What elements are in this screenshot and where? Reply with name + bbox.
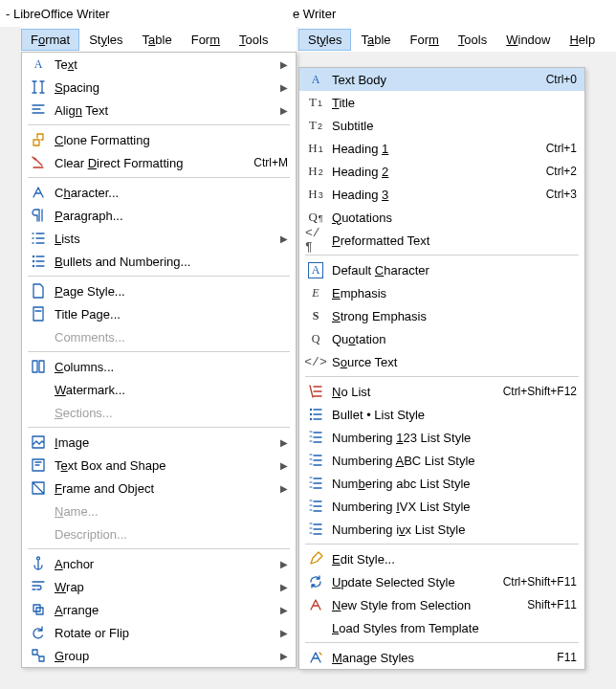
blank-icon	[28, 381, 49, 398]
format-menu-item-align-text[interactable]: Align Text▶	[22, 99, 296, 122]
format-menu-item-columns[interactable]: Columns...	[22, 355, 296, 378]
format-menu-item-anchor[interactable]: Anchor▶	[22, 552, 296, 575]
styles-menu-item-quotations[interactable]: Q¶Quotations	[299, 206, 584, 229]
menu-item-label: Watermark...	[49, 383, 288, 397]
styles-menu-item-bullet-list-style[interactable]: Bullet • List Style	[299, 403, 584, 426]
H1-icon: H1	[305, 140, 326, 157]
format-menu-item-text[interactable]: AText▶	[22, 53, 296, 76]
menu-item-shortcut: Ctrl+M	[253, 156, 288, 169]
menu-item-shortcut: Ctrl+1	[546, 142, 577, 155]
format-menu-item-page-style[interactable]: Page Style...	[22, 279, 296, 302]
styles-menu-item-quotation[interactable]: QQuotation	[299, 327, 584, 350]
app-title-right: e Writer	[293, 7, 336, 21]
menu-item-label: Heading 2	[326, 165, 539, 179]
textbox-icon	[28, 456, 49, 474]
ivx2list-icon	[305, 521, 326, 538]
menu-item-label: Load Styles from Template	[326, 621, 577, 635]
menu-right-tools[interactable]: Tools	[449, 29, 496, 51]
menu-item-label: Clear Direct Formatting	[49, 156, 246, 170]
H2-icon: H2	[305, 163, 326, 180]
styles-menu-item-manage-styles[interactable]: Manage StylesF11	[299, 646, 584, 669]
bullets-icon	[28, 253, 49, 270]
menu-item-label: No List	[326, 385, 495, 399]
clear-icon	[28, 154, 49, 171]
format-menu-item-spacing[interactable]: Spacing▶	[22, 76, 296, 99]
menu-item-label: Bullet • List Style	[326, 408, 577, 422]
format-menu-item-text-box-and-shape[interactable]: Text Box and Shape▶	[22, 454, 296, 477]
styles-menu-item-heading-2[interactable]: H2Heading 2Ctrl+2	[299, 160, 584, 183]
menu-item-shortcut: F11	[557, 651, 577, 664]
styles-menu-item-load-styles-from-template[interactable]: Load Styles from Template	[299, 616, 584, 639]
menu-item-label: Update Selected Style	[326, 575, 495, 589]
title-bar-right: e Writer	[287, 0, 616, 27]
styles-menu-item-subtitle[interactable]: T2Subtitle	[299, 114, 584, 137]
format-menu-item-image[interactable]: Image▶	[22, 431, 296, 454]
menu-left-styles[interactable]: Styles	[79, 29, 132, 51]
styles-menu-item-source-text[interactable]: </>Source Text	[299, 350, 584, 373]
menu-right-table[interactable]: Table	[351, 29, 400, 51]
edit-icon	[305, 550, 326, 567]
blank-icon	[28, 404, 49, 421]
styles-menu-item-emphasis[interactable]: EEmphasis	[299, 281, 584, 304]
format-menu-item-rotate-or-flip[interactable]: Rotate or Flip▶	[22, 621, 296, 644]
styles-menu-item-numbering-ivx-list-style[interactable]: Numbering ivx List Style	[299, 518, 584, 541]
menu-item-shortcut: Ctrl+Shift+F12	[503, 385, 577, 398]
menu-item-label: Spacing	[49, 80, 273, 95]
menu-left-table[interactable]: Table	[133, 29, 182, 51]
styles-menu-item-heading-3[interactable]: H3Heading 3Ctrl+3	[299, 183, 584, 206]
Src-icon: </>	[305, 353, 326, 370]
styles-menu-item-no-list[interactable]: No ListCtrl+Shift+F12	[299, 380, 584, 403]
styles-menu-item-numbering-ivx-list-style[interactable]: Numbering IVX List Style	[299, 495, 584, 518]
T1-icon: T1	[305, 94, 326, 111]
styles-menu-item-numbering-abc-list-style[interactable]: Numbering abc List Style	[299, 472, 584, 495]
styles-menu-item-title[interactable]: T1Title	[299, 91, 584, 114]
submenu-arrow-icon: ▶	[280, 460, 288, 471]
styles-menu-item-text-body[interactable]: AText BodyCtrl+0	[299, 68, 584, 91]
submenu-arrow-icon: ▶	[280, 605, 288, 615]
styles-menu-item-heading-1[interactable]: H1Heading 1Ctrl+1	[299, 137, 584, 160]
format-menu-item-wrap[interactable]: Wrap▶	[22, 575, 296, 598]
format-menu-item-title-page[interactable]: Title Page...	[22, 302, 296, 325]
abclist-icon	[305, 452, 326, 469]
format-menu-item-bullets-and-numbering[interactable]: Bullets and Numbering...	[22, 250, 296, 273]
format-menu-item-lists[interactable]: Lists▶	[22, 227, 296, 250]
menu-right-help[interactable]: Help	[560, 29, 605, 51]
menu-right-styles[interactable]: Styles	[298, 29, 351, 51]
clone-icon	[28, 131, 49, 148]
menu-right-form[interactable]: Form	[401, 29, 449, 51]
format-menu-item-paragraph[interactable]: Paragraph...	[22, 204, 296, 227]
menu-item-label: Paragraph...	[49, 209, 288, 223]
menu-left-tools[interactable]: Tools	[230, 29, 277, 51]
format-menu-item-group[interactable]: Group▶	[22, 644, 296, 667]
Em-icon: E	[305, 284, 326, 301]
format-menu-separator	[28, 427, 290, 428]
nolist-icon	[305, 383, 326, 400]
styles-menu-item-edit-style[interactable]: Edit Style...	[299, 547, 584, 570]
format-menu-item-clear-direct-formatting[interactable]: Clear Direct FormattingCtrl+M	[22, 151, 296, 174]
styles-menu-item-numbering-123-list-style[interactable]: Numbering 123 List Style	[299, 426, 584, 449]
format-menu-item-clone-formatting[interactable]: Clone Formatting	[22, 128, 296, 151]
menu-left-format[interactable]: Format	[21, 29, 79, 51]
align-icon	[28, 101, 49, 119]
blank-icon	[28, 502, 49, 520]
styles-menu-item-strong-emphasis[interactable]: SStrong Emphasis	[299, 304, 584, 327]
styles-menu-item-default-character[interactable]: ADefault Character	[299, 258, 584, 281]
new-icon	[305, 596, 326, 613]
submenu-arrow-icon: ▶	[280, 651, 288, 661]
bulletlist-icon	[305, 406, 326, 423]
styles-menu-item-numbering-abc-list-style[interactable]: Numbering ABC List Style	[299, 449, 584, 472]
styles-menu-item-preformatted-text[interactable]: </¶Preformatted Text	[299, 229, 584, 252]
menu-right-window[interactable]: Window	[496, 29, 560, 51]
format-menu-item-frame-and-object[interactable]: Frame and Object▶	[22, 477, 296, 500]
format-menu-item-watermark[interactable]: Watermark...	[22, 378, 296, 401]
format-menu-separator	[28, 177, 290, 178]
menu-item-label: Sections...	[49, 406, 288, 420]
styles-menu-item-new-style-from-selection[interactable]: New Style from SelectionShift+F11	[299, 593, 584, 616]
format-menu-item-character[interactable]: Character...	[22, 181, 296, 204]
format-menu-item-arrange[interactable]: Arrange▶	[22, 598, 296, 621]
lists-icon	[28, 230, 49, 247]
menu-item-shortcut: Ctrl+Shift+F11	[503, 575, 577, 589]
menu-item-label: Anchor	[49, 557, 273, 571]
menu-left-form[interactable]: Form	[182, 29, 230, 51]
styles-menu-item-update-selected-style[interactable]: Update Selected StyleCtrl+Shift+F11	[299, 570, 584, 593]
